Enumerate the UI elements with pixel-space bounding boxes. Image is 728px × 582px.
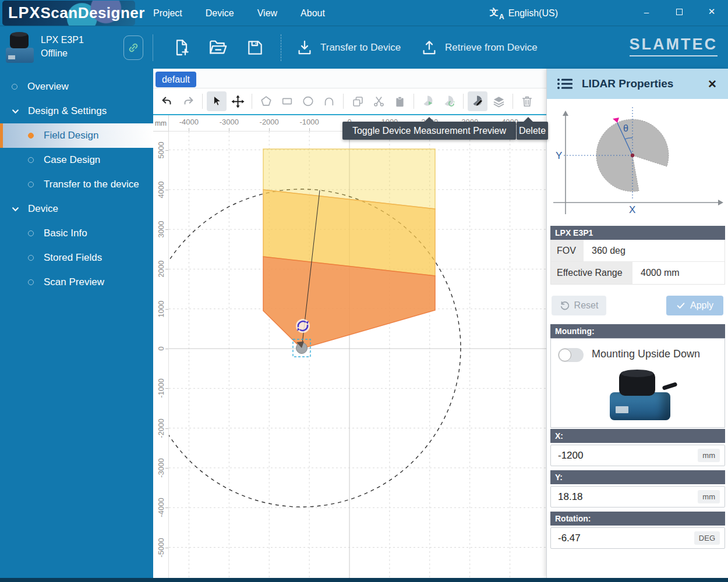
polygon-icon — [260, 95, 273, 108]
menubar: LPX ScanDesigner Project Device View Abo… — [0, 0, 728, 26]
mounting-upside-down-toggle[interactable] — [558, 348, 584, 362]
logo-app-name: ScanDesigner — [41, 4, 145, 22]
link-icon — [127, 41, 140, 54]
sidebar-item-scan-preview[interactable]: Scan Preview — [0, 270, 153, 294]
ruler-label: 4000 — [157, 181, 165, 198]
polygon-tool-button[interactable] — [256, 91, 276, 111]
model-info-table: FOV 360 deg Effective Range 4000 mm — [550, 240, 725, 285]
menu-view[interactable]: View — [248, 5, 287, 22]
rotation-field-header: Rotation: — [550, 512, 725, 526]
radio-icon — [28, 230, 34, 236]
x-axis-label: X — [629, 204, 635, 215]
redo-button[interactable] — [178, 91, 198, 111]
language-label: English(US) — [508, 8, 558, 19]
transfer-label: Transfer to Device — [320, 42, 401, 54]
range-value: 4000 mm — [632, 262, 680, 284]
scan-edit-icon — [471, 94, 485, 108]
rotate-handle-icon[interactable] — [296, 319, 310, 333]
mounting-toggle-label: Mounting Upside Down — [592, 348, 700, 360]
retrieve-label: Retrieve from Device — [445, 42, 538, 54]
ruler-label: 0 — [157, 346, 165, 350]
select-tool-button[interactable] — [207, 91, 227, 111]
move-icon — [231, 95, 245, 108]
panel-close-button[interactable]: ✕ — [705, 76, 720, 91]
apply-button[interactable]: Apply — [666, 296, 723, 315]
x-input[interactable]: -1200 mm — [550, 445, 725, 466]
upload-arrow-icon — [420, 38, 438, 57]
y-input[interactable]: 18.18 mm — [550, 486, 725, 508]
reset-button[interactable]: Reset — [552, 296, 606, 315]
circle-tool-button[interactable] — [298, 91, 318, 111]
reset-icon — [560, 301, 570, 311]
cut-button[interactable] — [369, 91, 388, 111]
new-project-button[interactable] — [169, 34, 195, 61]
fov-label: FOV — [551, 240, 584, 261]
radio-icon — [12, 84, 17, 90]
radio-selected-icon — [28, 133, 34, 139]
sidebar-item-field-design[interactable]: Field Design — [0, 123, 153, 148]
maximize-button[interactable] — [663, 0, 695, 23]
rotation-value[interactable]: -6.47 — [558, 533, 694, 544]
menu-about[interactable]: About — [291, 5, 334, 22]
ruler-label: -2000 — [260, 118, 279, 126]
x-field-header: X: — [550, 429, 725, 443]
window-bottom-edge — [0, 578, 728, 582]
rectangle-tool-button[interactable] — [277, 91, 297, 111]
delete-button[interactable] — [517, 91, 537, 111]
menu-list: Project Device View About — [144, 0, 334, 26]
ruler-label: -3000 — [157, 458, 165, 477]
sidebar-item-basic-info[interactable]: Basic Info — [0, 221, 153, 246]
copy-button[interactable] — [348, 91, 367, 111]
arc-tool-button[interactable] — [319, 91, 339, 111]
sidebar-item-device[interactable]: Device — [0, 197, 153, 221]
rectangle-icon — [281, 95, 294, 108]
range-row: Effective Range 4000 mm — [551, 262, 725, 284]
y-field-header: Y: — [550, 470, 725, 484]
toggle-measurement-preview-button[interactable] — [468, 91, 487, 111]
sidebar-item-stored-fields[interactable]: Stored Fields — [0, 246, 153, 270]
connect-device-button[interactable] — [123, 36, 143, 60]
sidebar-item-design-settings[interactable]: Design & Settings — [0, 99, 153, 123]
maximize-icon — [676, 9, 683, 15]
layers-button[interactable] — [489, 91, 508, 111]
y-value[interactable]: 18.18 — [558, 491, 698, 503]
vertical-ruler: 500040003000200010000-1000-2000-3000-400… — [153, 132, 169, 578]
chevron-down-icon — [12, 108, 19, 115]
paste-button[interactable] — [390, 91, 409, 111]
move-tool-button[interactable] — [228, 91, 248, 111]
app-window: LPX ScanDesigner Project Device View Abo… — [0, 0, 728, 582]
radio-icon — [28, 182, 34, 187]
open-project-button[interactable] — [205, 34, 231, 61]
field-design-canvas[interactable] — [169, 132, 546, 578]
mounting-box: Mounting Upside Down — [550, 338, 725, 428]
canvas-toolbar — [153, 88, 546, 114]
minimize-button[interactable]: – — [630, 0, 663, 23]
transfer-to-device-button[interactable]: Transfer to Device — [296, 34, 401, 61]
language-selector[interactable]: 文 A English(US) — [490, 0, 558, 26]
sidebar-item-label: Basic Info — [44, 228, 87, 239]
sidebar-item-overview[interactable]: Overview — [0, 74, 153, 99]
canvas-area: default — [153, 69, 546, 578]
sidebar-item-case-design[interactable]: Case Design — [0, 148, 153, 172]
cut-icon — [373, 95, 385, 108]
device-name: LPX E3P1 — [41, 33, 84, 47]
close-button[interactable]: ✕ — [695, 0, 728, 23]
undo-button[interactable] — [157, 91, 177, 111]
arc-icon — [323, 95, 335, 108]
paste-icon — [394, 95, 406, 108]
ruler-label: 2000 — [157, 261, 165, 278]
menu-device[interactable]: Device — [196, 5, 243, 22]
measurement-refresh-button[interactable] — [439, 91, 459, 111]
menu-project[interactable]: Project — [144, 5, 192, 22]
range-label: Effective Range — [551, 262, 632, 284]
y-axis-label: Y — [556, 150, 562, 161]
x-value[interactable]: -1200 — [558, 450, 698, 462]
sidebar-item-transfer-to-device[interactable]: Transfer to the device — [0, 172, 153, 197]
rotation-input[interactable]: -6.47 DEG — [550, 527, 725, 549]
tab-default[interactable]: default — [156, 72, 196, 87]
ruler-label: -1000 — [157, 379, 165, 398]
apply-label: Apply — [690, 300, 713, 311]
measurement-play-button[interactable] — [418, 91, 438, 111]
retrieve-from-device-button[interactable]: Retrieve from Device — [420, 34, 538, 61]
save-project-button[interactable] — [242, 34, 268, 61]
